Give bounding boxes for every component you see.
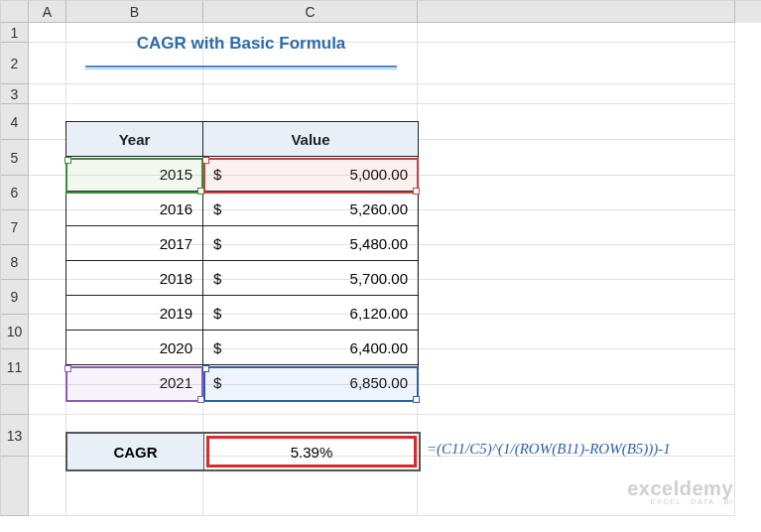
cell-year[interactable]: 2016 [66, 192, 203, 226]
row-header-blank[interactable] [1, 457, 29, 516]
cell-value[interactable]: $5,480.00 [203, 226, 418, 261]
cell-D8[interactable] [418, 245, 735, 280]
cell-value[interactable]: $5,000.00 [203, 157, 418, 192]
col-header-A[interactable]: A [29, 1, 66, 23]
cell-value[interactable]: $6,400.00 [203, 331, 418, 365]
cell-A2[interactable] [29, 43, 66, 84]
sheet-title-text: CAGR with Basic Formula [137, 34, 346, 54]
cell-value[interactable]: $5,700.00 [203, 261, 418, 296]
row-header-4[interactable]: 4 [1, 104, 29, 140]
sheet-title: CAGR with Basic Formula [65, 24, 417, 64]
header-year[interactable]: Year [66, 122, 203, 157]
row-header-9[interactable]: 9 [1, 280, 29, 315]
cell-A7[interactable] [29, 210, 66, 245]
currency-symbol: $ [213, 235, 221, 252]
currency-value: 6,120.00 [350, 305, 408, 322]
table-row: 2020 $6,400.00 [66, 331, 418, 365]
data-table: Year Value 2015 $5,000.00 2016 $5,260.00… [65, 121, 419, 401]
cell-A4[interactable] [29, 104, 66, 140]
cell-A6[interactable] [29, 176, 66, 210]
table-row: 2017 $5,480.00 [66, 226, 418, 261]
currency-symbol: $ [213, 200, 221, 217]
cagr-value-cell[interactable]: 5.39% [204, 434, 419, 469]
row-header-7[interactable]: 7 [1, 210, 29, 245]
currency-value: 6,400.00 [350, 339, 408, 356]
cell-A13[interactable] [29, 415, 66, 457]
column-headers: A B C [1, 1, 761, 23]
cell-D1[interactable] [418, 23, 735, 43]
currency-value: 5,480.00 [350, 235, 408, 252]
currency-value: 6,850.00 [350, 374, 408, 391]
cell-D12[interactable] [418, 385, 735, 415]
cell-D2[interactable] [418, 43, 735, 84]
cell-C3[interactable] [203, 84, 418, 104]
col-header-B[interactable]: B [66, 1, 203, 23]
table-row: 2018 $5,700.00 [66, 261, 418, 296]
cell-A8[interactable] [29, 245, 66, 280]
cell-D10[interactable] [418, 315, 735, 349]
cell-year[interactable]: 2021 [66, 365, 203, 400]
currency-value: 5,000.00 [350, 166, 408, 183]
row-header-6[interactable]: 6 [1, 176, 29, 210]
cell-value[interactable]: $6,120.00 [203, 296, 418, 331]
cell-year[interactable]: 2018 [66, 261, 203, 296]
row-header-5[interactable]: 5 [1, 140, 29, 176]
cell-D5[interactable] [418, 140, 735, 176]
cell-A3[interactable] [29, 84, 66, 104]
header-value[interactable]: Value [203, 122, 418, 157]
cell-A5[interactable] [29, 140, 66, 176]
row-header-10[interactable]: 10 [1, 315, 29, 349]
table-row: 2021 $6,850.00 [66, 365, 418, 400]
row-header-8[interactable]: 8 [1, 245, 29, 280]
cell-A-blank[interactable] [29, 457, 66, 516]
row-header-2[interactable]: 2 [1, 43, 29, 84]
cell-A10[interactable] [29, 315, 66, 349]
select-all-corner[interactable] [1, 1, 29, 23]
row-header-3[interactable]: 3 [1, 84, 29, 104]
currency-symbol: $ [213, 339, 221, 356]
currency-value: 5,260.00 [350, 200, 408, 217]
table-row: 2015 $5,000.00 [66, 157, 418, 192]
row-header-1[interactable]: 1 [1, 23, 29, 43]
currency-symbol: $ [213, 270, 221, 287]
cell-D7[interactable] [418, 210, 735, 245]
currency-symbol: $ [213, 305, 221, 322]
table-row: 2016 $5,260.00 [66, 192, 418, 226]
cell-D6[interactable] [418, 176, 735, 210]
cell-D11[interactable] [418, 349, 735, 385]
cell-D9[interactable] [418, 280, 735, 315]
col-header-C[interactable]: C [203, 1, 418, 23]
cell-D3[interactable] [418, 84, 735, 104]
cell-B3[interactable] [66, 84, 203, 104]
cell-A1[interactable] [29, 23, 66, 43]
row-header-11[interactable]: 11 [1, 349, 29, 385]
currency-symbol: $ [213, 374, 221, 391]
cell-A9[interactable] [29, 280, 66, 315]
cell-D-blank[interactable] [418, 457, 735, 516]
currency-symbol: $ [213, 166, 221, 183]
col-header-blank[interactable] [418, 1, 735, 23]
row-header-12[interactable] [1, 385, 29, 415]
currency-value: 5,700.00 [350, 270, 408, 287]
cell-D4[interactable] [418, 104, 735, 140]
cell-year[interactable]: 2017 [66, 226, 203, 261]
formula-annotation: =(C11/C5)^(1/(ROW(B11)-ROW(B5)))-1 [427, 441, 671, 458]
cell-value[interactable]: $6,850.00 [203, 365, 418, 400]
cell-year[interactable]: 2020 [66, 331, 203, 365]
table-row: 2019 $6,120.00 [66, 296, 418, 331]
cell-value[interactable]: $5,260.00 [203, 192, 418, 226]
cagr-result-box: CAGR 5.39% [65, 432, 421, 471]
row-header-13[interactable]: 13 [1, 415, 29, 457]
cagr-label[interactable]: CAGR [67, 434, 204, 469]
cell-year[interactable]: 2019 [66, 296, 203, 331]
cell-A11[interactable] [29, 349, 66, 385]
cagr-value: 5.39% [291, 444, 333, 461]
title-underline [65, 66, 417, 69]
cell-year[interactable]: 2015 [66, 157, 203, 192]
cell-A12[interactable] [29, 385, 66, 415]
